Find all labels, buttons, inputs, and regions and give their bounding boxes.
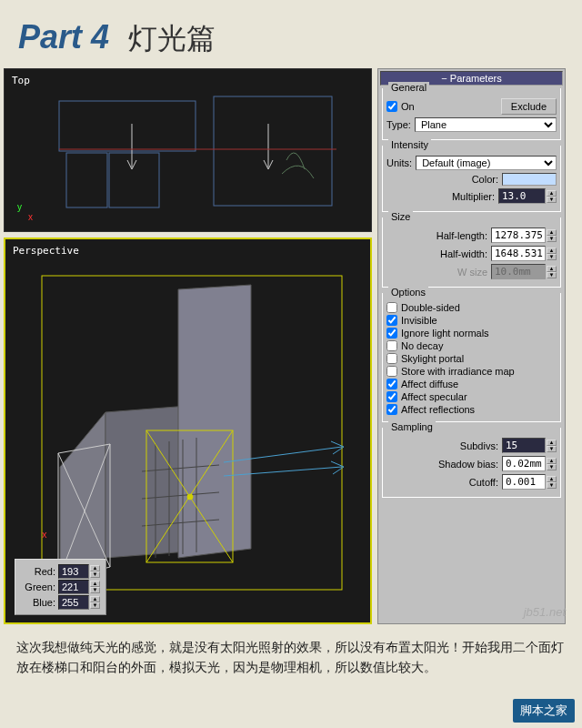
hl-spinner[interactable]: ▲▼	[547, 229, 557, 242]
shadow-bias-input[interactable]: 0.02mm	[502, 456, 546, 471]
store-irr-checkbox[interactable]	[386, 366, 397, 377]
description-text: 这次我想做纯天光的感觉，就是没有太阳光照射的效果，所以没有布置太阳光！开始我用二…	[0, 624, 582, 678]
subdivs-input[interactable]: 15	[502, 438, 546, 453]
on-checkbox[interactable]	[386, 101, 397, 112]
sampling-title: Sampling	[388, 421, 436, 432]
watermark-badge: 脚本之家	[513, 699, 575, 723]
subdivs-label: Subdivs:	[460, 440, 498, 451]
color-label: Color:	[472, 174, 498, 185]
svg-rect-0	[59, 101, 196, 151]
green-label: Green:	[21, 581, 55, 592]
affect-refl-label: Affect reflections	[401, 404, 475, 415]
intensity-title: Intensity	[388, 139, 431, 150]
multiplier-spinner[interactable]: ▲▼	[547, 190, 557, 203]
type-label: Type:	[386, 119, 411, 130]
half-width-label: Half-width:	[440, 248, 487, 259]
skylight-label: Skylight portal	[401, 353, 464, 364]
watermark-url: jb51.net	[524, 605, 566, 619]
multiplier-label: Multiplier:	[452, 191, 495, 202]
skylight-checkbox[interactable]	[386, 353, 397, 364]
svg-rect-1	[214, 96, 332, 206]
double-sided-label: Double-sided	[401, 302, 460, 313]
cutoff-spinner[interactable]: ▲▼	[547, 476, 557, 489]
title-part: Part 4	[18, 18, 109, 56]
bias-spinner[interactable]: ▲▼	[547, 458, 557, 470]
affect-specular-label: Affect specular	[401, 391, 467, 402]
invisible-checkbox[interactable]	[386, 315, 397, 326]
size-title: Size	[388, 211, 413, 222]
red-spinner[interactable]: ▲▼	[90, 565, 100, 578]
group-sampling: Sampling Subdivs:15▲▼ Shadow bias:0.02mm…	[382, 428, 561, 498]
units-label: Units:	[386, 157, 412, 168]
blue-spinner[interactable]: ▲▼	[90, 596, 100, 609]
viewport-top[interactable]: Top yx	[4, 68, 372, 232]
affect-refl-checkbox[interactable]	[386, 404, 397, 415]
group-intensity: Intensity Units: Default (image) Color: …	[382, 146, 561, 212]
general-title: General	[388, 82, 429, 93]
half-width-input[interactable]: 1648.531	[491, 246, 546, 261]
units-select[interactable]: Default (image)	[416, 156, 557, 170]
half-length-label: Half-length:	[436, 230, 487, 241]
top-scene	[5, 69, 368, 233]
group-general: General On Exclude Type: Plane	[382, 88, 561, 140]
half-length-input[interactable]: 1278.375	[491, 228, 546, 243]
group-options: Options Double-sided Invisible Ignore li…	[382, 293, 561, 422]
red-label: Red:	[21, 566, 55, 577]
blue-label: Blue:	[21, 597, 55, 608]
type-select[interactable]: Plane	[415, 117, 557, 132]
w-size-input: 10.0mm	[491, 264, 546, 279]
red-input[interactable]: 193	[58, 564, 89, 579]
parameters-panel: Parameters General On Exclude Type: Plan…	[377, 68, 566, 624]
multiplier-input[interactable]: 13.0	[498, 188, 546, 204]
color-swatch[interactable]	[502, 173, 557, 186]
subdivs-spinner[interactable]: ▲▼	[547, 440, 557, 452]
store-irr-label: Store with irradiance map	[401, 366, 515, 377]
green-spinner[interactable]: ▲▼	[90, 581, 100, 593]
w-size-label: W size	[457, 267, 487, 278]
cutoff-label: Cutoff:	[469, 477, 498, 488]
green-input[interactable]: 221	[58, 580, 89, 594]
axis-gizmo: yx	[17, 202, 33, 222]
affect-diffuse-checkbox[interactable]	[386, 379, 397, 389]
blue-input[interactable]: 255	[58, 595, 89, 610]
hw-spinner[interactable]: ▲▼	[547, 248, 557, 260]
ignore-normals-checkbox[interactable]	[386, 328, 397, 339]
affect-specular-checkbox[interactable]	[386, 391, 397, 402]
svg-marker-10	[178, 285, 251, 558]
svg-rect-3	[109, 153, 159, 207]
exclude-button[interactable]: Exclude	[501, 98, 557, 115]
double-sided-checkbox[interactable]	[386, 302, 397, 313]
svg-point-21	[187, 494, 193, 500]
group-size: Size Half-length:1278.375▲▼ Half-width:1…	[382, 217, 561, 288]
title-cn: 灯光篇	[128, 22, 216, 55]
ignore-normals-label: Ignore light normals	[401, 328, 489, 339]
shadow-bias-label: Shadow bias:	[438, 459, 498, 470]
no-decay-checkbox[interactable]	[386, 340, 397, 351]
on-label: On	[401, 101, 415, 112]
svg-rect-2	[66, 153, 107, 207]
no-decay-label: No decay	[401, 340, 443, 351]
cutoff-input[interactable]: 0.001	[502, 474, 546, 490]
affect-diffuse-label: Affect diffuse	[401, 379, 458, 389]
rgb-panel: Red:193▲▼ Green:221▲▼ Blue:255▲▼	[15, 559, 106, 615]
options-title: Options	[388, 287, 428, 298]
viewport-area: Top yx Perspective	[4, 68, 372, 624]
viewport-perspective[interactable]: Perspective	[4, 238, 372, 624]
svg-text:x: x	[42, 529, 47, 540]
ws-spinner: ▲▼	[547, 266, 557, 278]
invisible-label: Invisible	[401, 315, 437, 326]
